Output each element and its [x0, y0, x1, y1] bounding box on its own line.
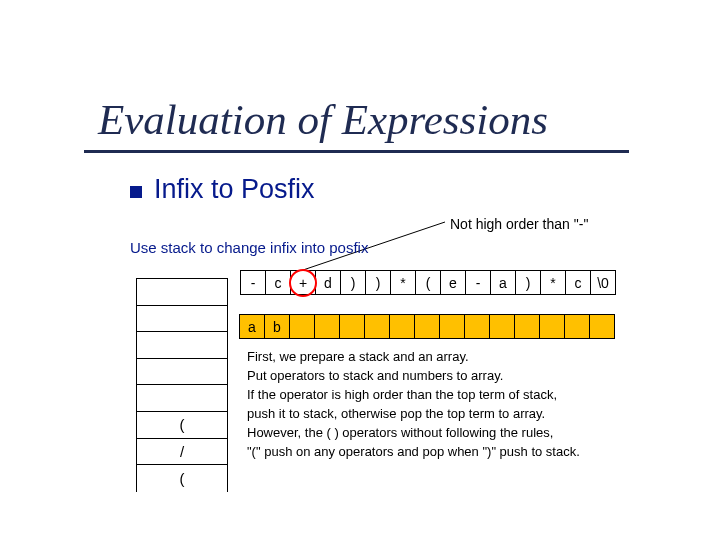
infix-cell: \0 — [590, 270, 616, 295]
stack-cell: ( — [136, 464, 228, 492]
infix-cell: * — [390, 270, 416, 295]
slide-title: Evaluation of Expressions — [98, 95, 548, 144]
stack-cell — [136, 278, 228, 306]
infix-cell: d — [315, 270, 341, 295]
output-cell — [339, 314, 365, 339]
stack-column: (/( — [136, 278, 228, 492]
output-cell — [564, 314, 590, 339]
infix-cell: - — [465, 270, 491, 295]
infix-cell: a — [490, 270, 516, 295]
output-row: ab — [239, 314, 615, 339]
output-cell — [389, 314, 415, 339]
stack-cell — [136, 358, 228, 386]
output-cell: a — [239, 314, 265, 339]
infix-cell: ( — [415, 270, 441, 295]
output-cell — [539, 314, 565, 339]
output-cell — [514, 314, 540, 339]
stack-cell — [136, 331, 228, 359]
output-cell — [289, 314, 315, 339]
infix-cell: c — [265, 270, 291, 295]
infix-cell: * — [540, 270, 566, 295]
highlight-circle — [289, 269, 317, 297]
explanation-block: First, we prepare a stack and an array. … — [247, 347, 667, 461]
title-underline — [84, 150, 629, 153]
output-cell — [364, 314, 390, 339]
output-cell — [314, 314, 340, 339]
stack-cell — [136, 305, 228, 333]
infix-cell: c — [565, 270, 591, 295]
bullet-icon — [130, 186, 142, 198]
infix-cell: ) — [365, 270, 391, 295]
output-cell — [489, 314, 515, 339]
output-cell — [464, 314, 490, 339]
stack-cell: ( — [136, 411, 228, 439]
infix-cell: e — [440, 270, 466, 295]
output-cell: b — [264, 314, 290, 339]
infix-cell: ) — [340, 270, 366, 295]
output-cell — [589, 314, 615, 339]
output-cell — [439, 314, 465, 339]
instruction-text: Use stack to change infix into posfix — [130, 239, 368, 256]
stack-cell: / — [136, 438, 228, 466]
output-cell — [414, 314, 440, 339]
stack-cell — [136, 384, 228, 412]
annotation-text: Not high order than "-" — [450, 216, 588, 232]
infix-cell: ) — [515, 270, 541, 295]
infix-cell: - — [240, 270, 266, 295]
subheading: Infix to Posfix — [154, 174, 315, 205]
